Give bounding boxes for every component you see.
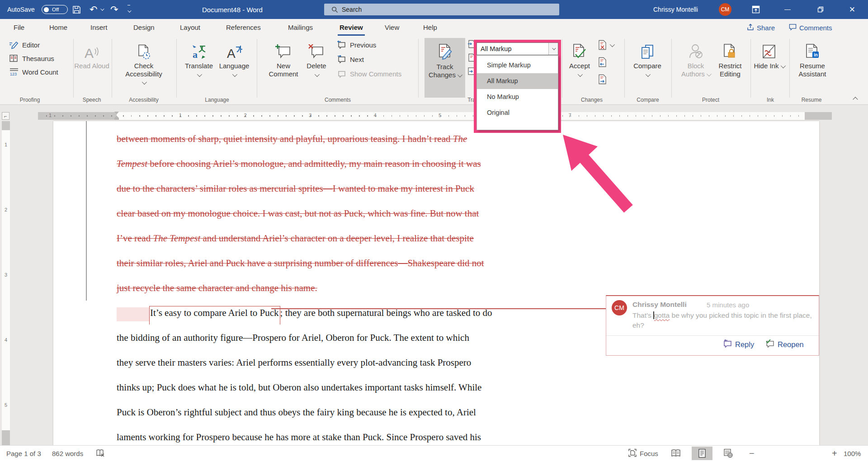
tab-file[interactable]: File — [12, 19, 26, 36]
tab-design[interactable]: Design — [132, 19, 156, 36]
tab-insert[interactable]: Insert — [89, 19, 109, 36]
ruler-number: 4 — [374, 113, 377, 118]
reject-button[interactable] — [598, 40, 613, 51]
hide-ink-button[interactable]: Hide Ink — [753, 38, 785, 97]
track-changes-button[interactable]: Track Changes — [425, 38, 465, 98]
restore-button[interactable] — [811, 0, 830, 19]
comments-button[interactable]: Comments — [789, 19, 832, 36]
document-line[interactable]: Tempest before choosing Ariel’s monologu… — [117, 151, 484, 176]
svg-text:A: A — [227, 47, 236, 60]
collapse-ribbon-button[interactable] — [854, 95, 857, 103]
display-for-review-dropdown[interactable]: All Markup — [476, 42, 558, 55]
document-line[interactable]: Puck is Oberon’s rightful subject and th… — [117, 400, 492, 425]
tab-selector[interactable]: ⌐ — [2, 112, 9, 120]
share-label: Share — [757, 24, 775, 32]
zoom-in-button[interactable]: + — [832, 446, 837, 461]
ribbon-display-options-icon[interactable] — [747, 0, 765, 19]
body-paragraph[interactable]: It’s easy to compare Ariel to Puck; they… — [117, 301, 492, 450]
tab-view[interactable]: View — [383, 19, 401, 36]
document-line[interactable]: the bidding of an authority figure—Prosp… — [117, 325, 492, 350]
document-line[interactable]: they serve their masters varies: Ariel p… — [117, 350, 492, 375]
tab-help[interactable]: Help — [421, 19, 439, 36]
svg-text:123: 123 — [10, 72, 17, 76]
restrict-editing-label: Restrict Editing — [710, 62, 750, 78]
avatar[interactable]: CM — [719, 3, 731, 16]
thesaurus-button[interactable]: Thesaurus — [9, 52, 54, 64]
check-accessibility-button[interactable]: Check Accessibility — [124, 38, 164, 97]
word-count-button[interactable]: 123 Word Count — [9, 66, 58, 78]
page-indicator[interactable]: Page 1 of 3 — [6, 446, 41, 461]
editor-button[interactable]: Editor — [9, 39, 40, 51]
search-input[interactable]: Search — [324, 4, 559, 15]
close-button[interactable]: × — [843, 0, 861, 19]
compare-button[interactable]: Compare — [627, 38, 667, 97]
document-line[interactable]: just recycle the same character and chan… — [117, 276, 484, 301]
menu-item-all-markup[interactable]: All Markup — [477, 73, 558, 89]
ribbon: Editor Thesaurus 123 Word Count Proofing… — [0, 36, 868, 105]
ruler-number: 2 — [244, 113, 247, 118]
group-label-resume: Resume — [802, 97, 822, 103]
block-authors-icon — [676, 38, 716, 60]
show-comments-button[interactable]: Show Comments — [337, 68, 401, 80]
zoom-out-button[interactable]: − — [749, 446, 755, 461]
tab-mailings[interactable]: Mailings — [286, 19, 315, 36]
reopen-button[interactable]: Reopen — [765, 339, 804, 349]
share-button[interactable]: Share — [747, 19, 775, 36]
comment-card[interactable]: CM Chrissy Montelli 5 minutes ago That’s… — [606, 295, 819, 356]
comment-text[interactable]: That’s gotta be why you picked this topi… — [632, 310, 820, 330]
svg-text:a: a — [193, 49, 198, 60]
ruler-number: 3 — [309, 113, 311, 118]
focus-button[interactable]: Focus — [628, 446, 658, 461]
chevron-down-icon[interactable] — [548, 43, 558, 55]
tab-review[interactable]: Review — [338, 19, 365, 36]
block-authors-button[interactable]: Block Authors — [676, 38, 716, 97]
save-icon[interactable] — [72, 0, 81, 19]
read-aloud-button[interactable]: A Read Aloud — [72, 38, 112, 97]
reply-button[interactable]: Reply — [723, 339, 754, 349]
vertical-ruler[interactable]: 12345 — [2, 121, 10, 445]
language-button[interactable]: A Language — [214, 38, 254, 97]
user-name[interactable]: Chrissy Montelli — [653, 0, 698, 19]
read-mode-button[interactable] — [665, 447, 686, 460]
next-change-button[interactable] — [598, 74, 608, 87]
next-comment-label: Next — [350, 56, 364, 63]
tab-references[interactable]: References — [224, 19, 263, 36]
undo-icon[interactable]: ↶ — [90, 0, 98, 19]
translate-button[interactable]: a Translate — [179, 38, 219, 97]
delete-comment-button[interactable]: Delete — [297, 38, 336, 97]
previous-change-button[interactable] — [598, 57, 608, 70]
word-count-indicator[interactable]: 862 words — [52, 446, 83, 461]
horizontal-ruler[interactable]: 11234567 — [38, 112, 832, 120]
document-line[interactable]: their similar roles, Ariel and Puck have… — [117, 251, 484, 276]
customize-qat-icon[interactable] — [127, 0, 130, 19]
autosave-toggle[interactable]: Off — [42, 0, 68, 19]
previous-comment-button[interactable]: Previous — [337, 39, 376, 51]
redo-icon[interactable]: ↷ — [110, 0, 118, 19]
web-layout-button[interactable] — [718, 447, 739, 460]
left-indent-marker[interactable] — [114, 118, 119, 120]
document-line[interactable]: thinks up; Puck does what he is told, bu… — [117, 375, 492, 400]
document-line[interactable]: It’s easy to compare Ariel to Puck; they… — [117, 301, 492, 325]
resume-assistant-button[interactable]: in Resume Assistant — [793, 38, 832, 97]
menu-item-original[interactable]: Original — [477, 105, 558, 121]
print-layout-button[interactable] — [692, 447, 712, 460]
document-line[interactable]: I’ve read The Tempest and understand Ari… — [117, 226, 484, 251]
document-line[interactable]: clear based on my monologue choice. I wa… — [117, 201, 484, 226]
markup-dropdown-value: All Markup — [481, 45, 512, 52]
tab-layout[interactable]: Layout — [178, 19, 202, 36]
menu-item-simple-markup[interactable]: Simple Markup — [477, 57, 558, 73]
share-icon — [747, 24, 754, 32]
next-comment-button[interactable]: Next — [337, 53, 364, 65]
menu-item-no-markup[interactable]: No Markup — [477, 89, 558, 105]
document-line[interactable]: between moments of sharp, quiet intensit… — [117, 127, 484, 151]
accept-icon — [563, 38, 596, 60]
minimize-button[interactable] — [778, 0, 797, 19]
document-line[interactable]: due to the characters’ similar roles as … — [117, 176, 484, 201]
tab-home[interactable]: Home — [47, 19, 69, 36]
restrict-editing-button[interactable]: Restrict Editing — [710, 38, 750, 97]
undo-chevron-icon[interactable] — [100, 0, 103, 19]
tracked-deletion-paragraph[interactable]: between moments of sharp, quiet intensit… — [117, 127, 484, 301]
proofing-errors-icon[interactable] — [96, 446, 105, 461]
accept-button[interactable]: Accept — [563, 38, 596, 97]
zoom-level[interactable]: 100% — [844, 446, 861, 461]
